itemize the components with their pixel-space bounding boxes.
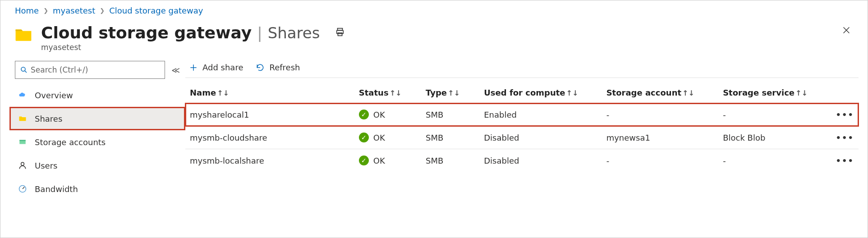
cell-storage-service: -: [718, 103, 823, 126]
cloud-icon: [18, 90, 28, 100]
table-row[interactable]: mysmb-localshare✓OKSMBDisabled--•••: [185, 149, 859, 172]
svg-rect-2: [338, 32, 342, 35]
cell-compute: Enabled: [479, 103, 602, 126]
sidebar-item-label: Shares: [35, 114, 62, 124]
cell-name[interactable]: mysmb-cloudshare: [185, 126, 354, 149]
status-ok-icon: ✓: [359, 133, 369, 142]
shares-table: Name↑↓ Status↑↓ Type↑↓ Used for compute↑…: [185, 78, 859, 172]
sort-icon[interactable]: ↑↓: [682, 89, 694, 97]
cell-storage-service: Block Blob: [718, 126, 823, 149]
cell-status: ✓OK: [354, 126, 421, 149]
add-share-label: Add share: [202, 63, 243, 72]
gauge-icon: [18, 184, 28, 194]
column-header-name[interactable]: Name↑↓: [185, 78, 354, 103]
cell-name[interactable]: mysharelocal1: [185, 103, 354, 126]
cell-type: SMB: [421, 126, 479, 149]
sidebar-item-users[interactable]: Users: [9, 154, 185, 177]
search-input[interactable]: Search (Ctrl+/): [15, 61, 165, 79]
cell-storage-service: -: [718, 149, 823, 172]
table-row[interactable]: mysharelocal1✓OKSMBEnabled--•••: [185, 103, 859, 126]
sort-icon[interactable]: ↑↓: [795, 89, 808, 97]
sidebar-item-label: Users: [35, 161, 57, 170]
sidebar-item-label: Overview: [35, 91, 73, 100]
collapse-sidebar-button[interactable]: ≪: [171, 65, 180, 75]
cell-compute: Disabled: [479, 126, 602, 149]
main-content: Add share Refresh Name↑↓ Status↑↓ Type↑↓…: [185, 61, 868, 172]
refresh-label: Refresh: [269, 63, 300, 72]
table-row[interactable]: mysmb-cloudshare✓OKSMBDisabledmynewsa1Bl…: [185, 126, 859, 149]
sort-icon[interactable]: ↑↓: [566, 89, 579, 97]
cell-storage-account: -: [602, 103, 718, 126]
svg-rect-8: [19, 140, 26, 141]
toolbar: Add share Refresh: [185, 61, 859, 78]
cell-storage-account: mynewsa1: [602, 126, 718, 149]
folder-icon: [15, 26, 32, 41]
breadcrumb-home[interactable]: Home: [15, 6, 39, 15]
storage-icon: [18, 137, 28, 147]
plus-icon: [189, 63, 198, 72]
breadcrumb-current[interactable]: Cloud storage gateway: [109, 6, 203, 15]
add-share-button[interactable]: Add share: [189, 63, 243, 72]
svg-point-9: [21, 162, 24, 165]
column-header-type[interactable]: Type↑↓: [421, 78, 479, 103]
cell-storage-account: -: [602, 149, 718, 172]
cell-type: SMB: [421, 103, 479, 126]
resource-subtitle: myasetest: [41, 43, 345, 52]
sidebar-item-label: Bandwidth: [35, 184, 78, 194]
ellipsis-icon: •••: [836, 110, 854, 119]
search-icon: [20, 66, 28, 74]
ellipsis-icon: •••: [836, 133, 854, 142]
sidebar-item-label: Storage accounts: [35, 137, 106, 147]
user-icon: [18, 160, 28, 170]
sidebar: Search (Ctrl+/) ≪ Overview Shares Storag…: [9, 61, 185, 201]
cell-status: ✓OK: [354, 149, 421, 172]
cell-name[interactable]: mysmb-localshare: [185, 149, 354, 172]
sort-icon[interactable]: ↑↓: [448, 89, 460, 97]
sidebar-item-shares[interactable]: Shares: [9, 107, 185, 130]
folder-icon: [18, 114, 28, 124]
sidebar-menu: Overview Shares Storage accounts Users B…: [9, 83, 185, 201]
refresh-button[interactable]: Refresh: [256, 63, 300, 72]
status-ok-icon: ✓: [359, 156, 369, 165]
breadcrumb: Home ❯ myasetest ❯ Cloud storage gateway: [0, 0, 868, 18]
breadcrumb-resource[interactable]: myasetest: [53, 6, 95, 15]
ellipsis-icon: •••: [836, 156, 854, 165]
page-header: Cloud storage gateway | Shares myasetest: [0, 18, 868, 61]
refresh-icon: [256, 63, 265, 72]
close-button[interactable]: [840, 23, 853, 39]
page-title: Cloud storage gateway: [41, 23, 252, 42]
sidebar-item-overview[interactable]: Overview: [9, 83, 185, 107]
sidebar-item-bandwidth[interactable]: Bandwidth: [9, 177, 185, 201]
status-ok-icon: ✓: [359, 110, 369, 119]
svg-point-5: [21, 67, 25, 71]
chevron-right-icon: ❯: [100, 7, 105, 14]
title-separator: |: [257, 24, 262, 42]
row-more-button[interactable]: •••: [823, 149, 859, 172]
cell-compute: Disabled: [479, 149, 602, 172]
print-icon[interactable]: [335, 27, 345, 39]
search-placeholder: Search (Ctrl+/): [31, 65, 88, 74]
cell-type: SMB: [421, 149, 479, 172]
column-header-compute[interactable]: Used for compute↑↓: [479, 78, 602, 103]
row-more-button[interactable]: •••: [823, 126, 859, 149]
svg-line-6: [25, 71, 27, 73]
column-header-status[interactable]: Status↑↓: [354, 78, 421, 103]
row-more-button[interactable]: •••: [823, 103, 859, 126]
column-header-storage-service[interactable]: Storage service↑↓: [718, 78, 823, 103]
sort-icon[interactable]: ↑↓: [217, 89, 229, 97]
chevron-right-icon: ❯: [43, 7, 48, 14]
page-section: Shares: [268, 24, 320, 42]
column-header-storage-account[interactable]: Storage account↑↓: [602, 78, 718, 103]
sort-icon[interactable]: ↑↓: [390, 89, 402, 97]
sidebar-item-storage-accounts[interactable]: Storage accounts: [9, 130, 185, 154]
cell-status: ✓OK: [354, 103, 421, 126]
